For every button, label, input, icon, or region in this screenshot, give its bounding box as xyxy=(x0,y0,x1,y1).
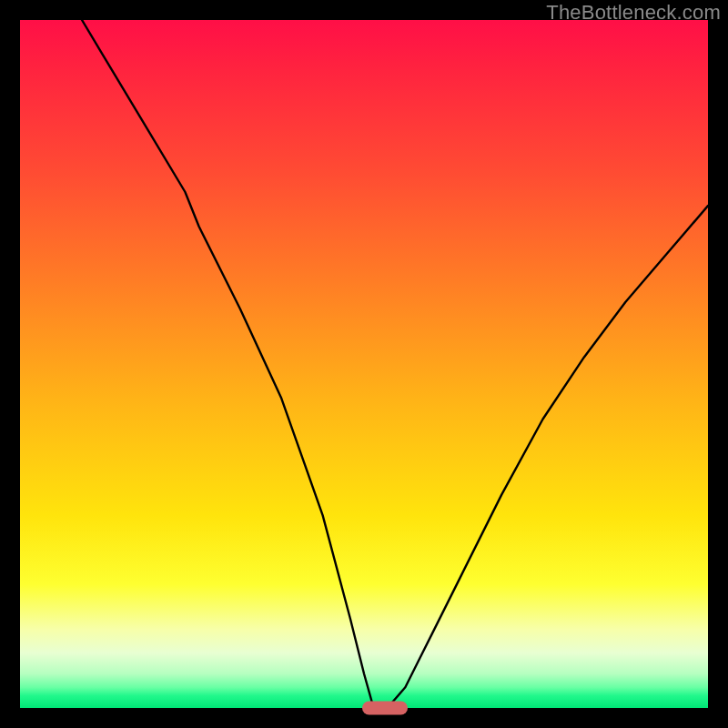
plot-area xyxy=(20,20,708,708)
optimal-marker xyxy=(362,702,408,715)
bottleneck-curve xyxy=(20,20,708,708)
chart-frame: TheBottleneck.com xyxy=(0,0,728,728)
watermark-text: TheBottleneck.com xyxy=(546,1,721,25)
